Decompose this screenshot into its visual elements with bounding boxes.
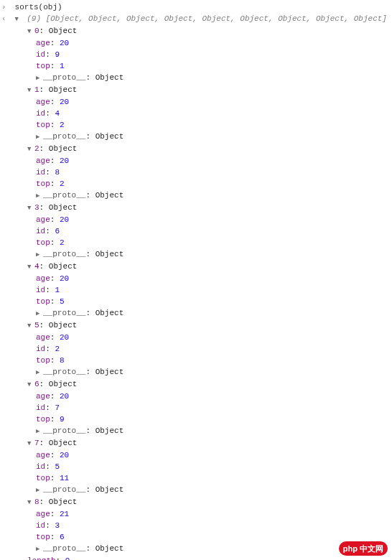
property-row[interactable]: age: 20 [1,273,391,284]
item-type: Object [49,498,78,506]
property-row[interactable]: top: 2 [1,119,391,131]
property-value: 9 [60,415,65,424]
item-type: Object [49,321,78,330]
array-item-header[interactable]: ▼6: Object [1,378,391,391]
property-row[interactable]: age: 20 [1,96,391,108]
property-row[interactable]: id: 4 [1,108,391,119]
property-row[interactable]: id: 2 [1,343,391,355]
item-proto-row[interactable]: ▶__proto__: Object [1,131,391,143]
item-disclosure-icon[interactable]: ▼ [27,144,34,155]
item-proto-row[interactable]: ▶__proto__: Object [1,425,391,437]
array-item-header[interactable]: ▼5: Object [1,319,391,332]
property-row[interactable]: age: 20 [1,391,391,402]
item-proto-row[interactable]: ▶__proto__: Object [1,248,391,261]
item-disclosure-icon[interactable]: ▼ [27,85,34,96]
item-proto-row[interactable]: ▶__proto__: Object [1,190,391,202]
property-row[interactable]: id: 5 [1,461,391,472]
proto-disclosure-icon[interactable]: ▶ [36,485,43,496]
property-value: 3 [55,521,60,530]
item-proto-row[interactable]: ▶__proto__: Object [1,543,391,555]
property-row[interactable]: top: 1 [1,60,391,72]
item-index: 1 [34,85,39,94]
property-row[interactable]: top: 8 [1,355,391,366]
item-disclosure-icon[interactable]: ▼ [27,497,34,508]
property-row[interactable]: top: 2 [1,237,391,248]
property-key: age [36,451,50,459]
console-input-text: sorts(obj) [15,3,62,11]
proto-disclosure-icon[interactable]: ▶ [36,426,43,437]
property-row[interactable]: age: 21 [1,508,391,520]
item-proto-row[interactable]: ▶__proto__: Object [1,484,391,496]
property-value: 8 [55,168,60,177]
property-key: age [36,274,50,283]
property-row[interactable]: age: 20 [1,155,391,167]
proto-disclosure-icon[interactable]: ▶ [36,73,43,84]
property-row[interactable]: age: 20 [1,449,391,461]
property-row[interactable]: top: 6 [1,531,391,543]
item-proto-row[interactable]: ▶__proto__: Object [1,366,391,378]
property-row[interactable]: id: 1 [1,284,391,296]
property-key: top [36,415,50,424]
array-length-row[interactable]: length: 9 [1,555,391,560]
property-key: age [36,392,50,401]
array-item-header[interactable]: ▼2: Object [1,143,391,155]
array-item-header[interactable]: ▼8: Object [1,496,391,508]
item-disclosure-icon[interactable]: ▼ [27,26,34,37]
property-row[interactable]: id: 7 [1,402,391,414]
item-disclosure-icon[interactable]: ▼ [27,261,34,273]
watermark-badge: php 中文网 [339,541,388,556]
item-disclosure-icon[interactable]: ▼ [27,379,34,391]
array-item-header[interactable]: ▼7: Object [1,437,391,449]
proto-disclosure-icon[interactable]: ▶ [36,308,43,319]
property-row[interactable]: id: 3 [1,520,391,531]
property-row[interactable]: top: 11 [1,472,391,484]
property-row[interactable]: age: 20 [1,214,391,225]
property-row[interactable]: id: 6 [1,225,391,237]
proto-key: __proto__ [43,250,85,258]
proto-key: __proto__ [43,544,85,553]
item-proto-row[interactable]: ▶__proto__: Object [1,307,391,319]
property-value: 20 [60,392,69,401]
length-key: length [27,556,56,560]
proto-key: __proto__ [43,309,85,317]
array-summary: [Object, Object, Object, Object, Object,… [46,14,387,23]
property-key: age [36,510,50,518]
proto-disclosure-icon[interactable]: ▶ [36,249,43,261]
item-disclosure-icon[interactable]: ▼ [27,438,34,449]
item-type: Object [49,380,78,388]
property-key: id [36,50,45,59]
property-row[interactable]: age: 20 [1,332,391,343]
array-item-header[interactable]: ▼0: Object [1,25,391,37]
proto-value: Object [95,426,124,435]
item-index: 6 [34,380,39,388]
property-value: 4 [55,109,60,118]
item-disclosure-icon[interactable]: ▼ [27,202,34,214]
array-item-header[interactable]: ▼1: Object [1,84,391,96]
proto-value: Object [95,73,124,82]
property-row[interactable]: top: 2 [1,178,391,190]
array-disclosure-icon[interactable]: ▼ [15,14,22,25]
item-type: Object [49,203,78,212]
property-row[interactable]: top: 5 [1,296,391,307]
proto-disclosure-icon[interactable]: ▶ [36,543,43,555]
property-key: top [36,356,50,365]
proto-disclosure-icon[interactable]: ▶ [36,367,43,378]
property-value: 1 [60,62,65,70]
property-row[interactable]: age: 20 [1,37,391,49]
array-item-header[interactable]: ▼4: Object [1,261,391,273]
array-item-header[interactable]: ▼3: Object [1,202,391,214]
console-input-row[interactable]: › sorts(obj) [1,1,391,13]
property-value: 20 [60,274,69,283]
property-row[interactable]: id: 9 [1,49,391,60]
item-disclosure-icon[interactable]: ▼ [27,320,34,332]
property-key: id [36,345,45,353]
property-row[interactable]: id: 8 [1,167,391,178]
console-output-header[interactable]: ‹ ▼ (9) [Object, Object, Object, Object,… [1,13,391,25]
item-proto-row[interactable]: ▶__proto__: Object [1,72,391,84]
proto-value: Object [95,485,124,494]
property-row[interactable]: top: 9 [1,414,391,425]
proto-disclosure-icon[interactable]: ▶ [36,131,43,143]
property-key: top [36,533,50,541]
proto-disclosure-icon[interactable]: ▶ [36,190,43,202]
output-arrow-icon: ‹ [1,13,10,24]
